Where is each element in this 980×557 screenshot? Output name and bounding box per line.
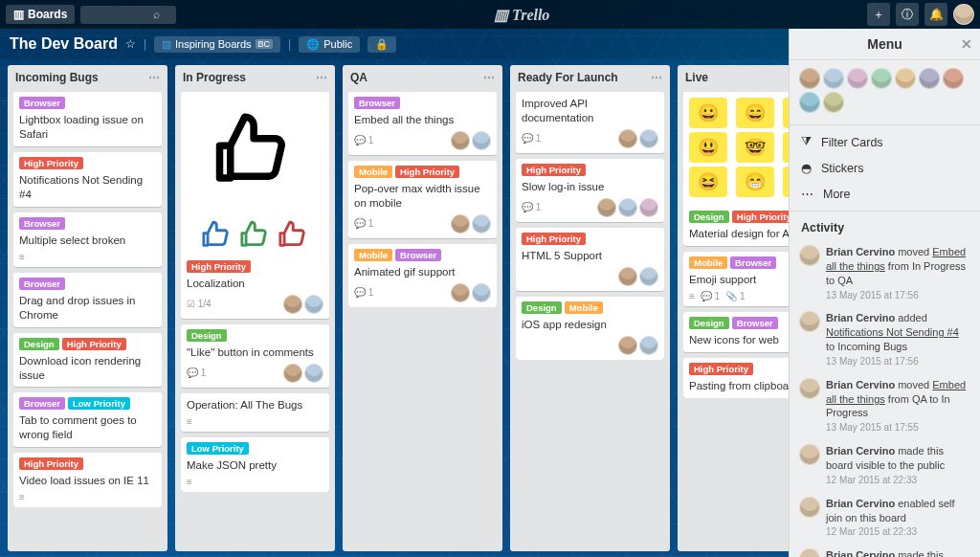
label-design[interactable]: Design <box>689 317 729 329</box>
member-avatar[interactable] <box>472 131 491 150</box>
label-design[interactable]: Design <box>187 329 227 342</box>
member-avatar[interactable] <box>618 129 637 148</box>
member-avatar[interactable] <box>451 131 470 150</box>
card[interactable]: High PriorityNotifications Not Sending #… <box>13 152 162 207</box>
card[interactable]: High PriorityVideo load issues on IE 11 … <box>13 453 162 507</box>
user-avatar[interactable] <box>953 4 974 25</box>
label-browser[interactable]: Browser <box>19 278 65 290</box>
cards-container[interactable]: BrowserEmbed all the things 💬 1 MobileHi… <box>348 92 497 307</box>
member-avatar[interactable] <box>639 198 658 217</box>
member-avatar[interactable] <box>451 283 470 302</box>
label-browser[interactable]: Browser <box>354 97 400 109</box>
card[interactable]: DesignMobileiOS app redesign <box>516 297 664 360</box>
label-design[interactable]: Design <box>19 338 59 350</box>
label-mobile[interactable]: Mobile <box>689 256 727 269</box>
cards-container[interactable]: High PriorityLocalization ☑ 1/4 Design"L… <box>181 92 329 492</box>
member-avatar[interactable] <box>304 364 323 383</box>
member-avatar[interactable] <box>618 336 637 355</box>
list-title[interactable]: Ready For Launch <box>518 71 618 84</box>
label-browser[interactable]: Browser <box>19 97 65 109</box>
label-design[interactable]: Design <box>522 301 562 314</box>
notifications-button[interactable]: 🔔 <box>924 3 947 26</box>
create-button[interactable]: ＋ <box>867 3 890 26</box>
card[interactable]: Improved API documentation 💬 1 <box>516 92 664 153</box>
list-title[interactable]: In Progress <box>183 71 246 84</box>
card[interactable]: DesignHigh PriorityDownload icon renderi… <box>13 333 162 388</box>
search-input[interactable] <box>86 8 153 22</box>
card[interactable]: BrowserEmbed all the things 💬 1 <box>348 92 497 155</box>
list-menu-icon[interactable]: ⋯ <box>148 71 160 84</box>
star-icon[interactable]: ☆ <box>125 37 136 51</box>
card[interactable]: BrowserLightbox loading issue on Safari <box>13 92 162 146</box>
member-avatar[interactable] <box>639 267 658 286</box>
label-high_priority[interactable]: High Priority <box>522 164 586 176</box>
label-browser[interactable]: Browser <box>395 249 441 261</box>
member-avatar[interactable] <box>639 129 658 148</box>
card[interactable]: BrowserDrag and drop issues in Chrome <box>13 273 162 327</box>
label-browser[interactable]: Browser <box>730 256 776 269</box>
card[interactable]: Operation: All The Bugs ≡ <box>181 393 329 432</box>
member-avatar[interactable] <box>472 283 491 302</box>
trello-logo[interactable]: ▥ Trello <box>494 6 549 24</box>
filter-cards-row[interactable]: ⧩ Filter Cards <box>790 129 980 155</box>
label-high_priority[interactable]: High Priority <box>19 157 83 169</box>
card[interactable]: Low PriorityMake JSON pretty ≡ <box>181 437 329 492</box>
board-title[interactable]: The Dev Board <box>10 35 118 53</box>
label-mobile[interactable]: Mobile <box>354 166 392 178</box>
list-menu-icon[interactable]: ⋯ <box>316 71 327 84</box>
visibility-chip[interactable]: 🌐 Public <box>299 36 360 53</box>
card[interactable]: High PriorityHTML 5 Support <box>516 228 664 291</box>
member-avatar[interactable] <box>823 68 844 89</box>
more-row[interactable]: ⋯ More <box>790 181 980 207</box>
member-avatar[interactable] <box>823 92 844 113</box>
card[interactable]: BrowserMultiple select broken ≡ <box>13 212 162 267</box>
member-avatar[interactable] <box>283 295 302 314</box>
label-high_priority[interactable]: High Priority <box>689 363 753 375</box>
cards-container[interactable]: Improved API documentation 💬 1 High Prio… <box>516 92 664 360</box>
member-avatar[interactable] <box>871 68 892 89</box>
cards-container[interactable]: BrowserLightbox loading issue on SafariH… <box>13 92 162 507</box>
stickers-row[interactable]: ◓ Stickers <box>790 155 980 181</box>
card[interactable]: High PrioritySlow log-in issue 💬 1 <box>516 159 664 222</box>
label-mobile[interactable]: Mobile <box>565 301 603 314</box>
member-avatar[interactable] <box>283 364 302 383</box>
label-browser[interactable]: Browser <box>19 397 65 410</box>
member-avatar[interactable] <box>895 68 916 89</box>
org-chip[interactable]: ▥ Inspiring Boards BC <box>154 36 280 53</box>
card[interactable]: Design"Like" button in comments 💬 1 <box>181 324 329 388</box>
card[interactable]: High PriorityLocalization ☑ 1/4 <box>181 92 329 319</box>
card[interactable]: MobileHigh PriorityPop-over max width is… <box>348 161 497 238</box>
card[interactable]: BrowserLow PriorityTab to comment goes t… <box>13 392 162 447</box>
list-menu-icon[interactable]: ⋯ <box>483 71 495 84</box>
member-avatar[interactable] <box>943 68 964 89</box>
member-avatar[interactable] <box>799 92 820 113</box>
member-avatar[interactable] <box>618 198 637 217</box>
label-low_priority[interactable]: Low Priority <box>187 442 249 455</box>
private-chip[interactable]: 🔒 <box>368 36 396 53</box>
label-high_priority[interactable]: High Priority <box>62 338 126 350</box>
label-browser[interactable]: Browser <box>732 317 778 329</box>
close-icon[interactable]: ✕ <box>961 36 972 52</box>
member-avatar[interactable] <box>799 68 820 89</box>
member-avatar[interactable] <box>304 295 323 314</box>
label-mobile[interactable]: Mobile <box>354 249 392 261</box>
label-high_priority[interactable]: High Priority <box>522 233 586 245</box>
member-avatar[interactable] <box>597 198 616 217</box>
member-avatar[interactable] <box>847 68 868 89</box>
member-avatar[interactable] <box>472 214 491 234</box>
member-avatar[interactable] <box>919 68 940 89</box>
search-box[interactable]: ⌕ <box>80 6 176 24</box>
label-high_priority[interactable]: High Priority <box>187 260 251 273</box>
label-browser[interactable]: Browser <box>19 217 65 230</box>
label-low_priority[interactable]: Low Priority <box>68 397 130 410</box>
list-menu-icon[interactable]: ⋯ <box>651 71 662 84</box>
list-title[interactable]: QA <box>350 71 368 84</box>
boards-button[interactable]: ▥ Boards <box>6 5 75 24</box>
list-title[interactable]: Incoming Bugs <box>15 71 99 84</box>
member-avatar[interactable] <box>639 336 658 355</box>
label-high_priority[interactable]: High Priority <box>732 211 796 223</box>
label-design[interactable]: Design <box>689 211 729 223</box>
card[interactable]: MobileBrowserAnimated gif support 💬 1 <box>348 244 497 307</box>
label-high_priority[interactable]: High Priority <box>395 166 459 178</box>
label-high_priority[interactable]: High Priority <box>19 457 83 470</box>
